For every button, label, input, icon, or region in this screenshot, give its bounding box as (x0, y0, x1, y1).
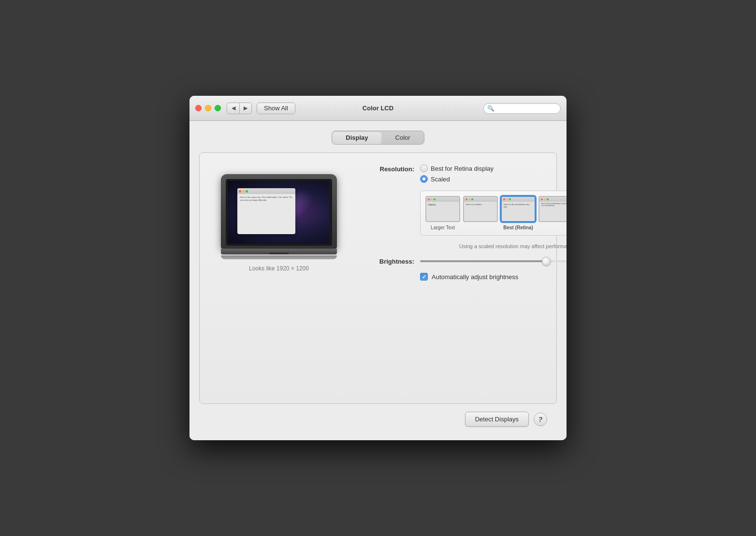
radio-retina[interactable]: Best for Retina display (420, 164, 494, 172)
brightness-row: Brightness: (361, 257, 567, 265)
back-button[interactable]: ◀ (227, 103, 239, 114)
checkmark-icon: ✓ (422, 274, 426, 280)
auto-brightness-row[interactable]: ✓ Automatically adjust brightness (420, 273, 567, 281)
close-button[interactable] (195, 105, 202, 111)
titlebar: ◀ ▶ Show All Color LCD 🔍 (189, 96, 567, 121)
radio-scaled-btn[interactable] (420, 175, 428, 183)
scale-preview-2: Here's to troublem (463, 196, 498, 222)
forward-button[interactable]: ▶ (239, 103, 252, 114)
tab-color[interactable]: Color (382, 131, 424, 144)
left-panel: Here's to the crazy ones. The troublemak… (211, 164, 347, 392)
search-box: 🔍 (483, 103, 561, 114)
tab-display[interactable]: Display (332, 131, 381, 144)
tab-bar: Display Color (199, 131, 557, 145)
minimize-button[interactable] (205, 105, 211, 111)
tab-group: Display Color (332, 131, 424, 145)
auto-brightness-label: Automatically adjust brightness (432, 273, 518, 281)
maximize-button[interactable] (215, 105, 221, 111)
radio-retina-label: Best for Retina display (431, 165, 494, 172)
traffic-lights (195, 105, 221, 111)
detect-displays-button[interactable]: Detect Displays (465, 412, 529, 427)
brightness-slider-container (420, 260, 567, 262)
scale-label-larger-text: Larger Text (431, 225, 455, 230)
brightness-slider[interactable] (420, 260, 567, 262)
right-panel: Resolution: Best for Retina display Scal… (361, 164, 567, 392)
resolution-label: Resolution: (361, 164, 414, 173)
show-all-button[interactable]: Show All (257, 103, 295, 114)
macbook-illustration: Here's to the crazy ones. The troublemak… (221, 174, 337, 259)
scale-item-2[interactable]: Here's to troublem (463, 196, 498, 230)
performance-note: Using a scaled resolution may affect per… (420, 243, 567, 249)
radio-scaled[interactable]: Scaled (420, 175, 494, 183)
search-icon: 🔍 (487, 105, 494, 112)
main-window: ◀ ▶ Show All Color LCD 🔍 Display Color (189, 96, 567, 440)
scale-preview-larger-text: Here's (425, 196, 460, 222)
resolution-display: Looks like 1920 × 1200 (249, 265, 309, 272)
scale-options: Here's Larger Text Here's to trou (420, 191, 567, 236)
bottom-bar: Detect Displays ? (199, 404, 557, 431)
scale-item-larger-text[interactable]: Here's Larger Text (425, 196, 460, 230)
help-button[interactable]: ? (534, 413, 547, 426)
radio-scaled-label: Scaled (431, 176, 450, 183)
auto-brightness-checkbox[interactable]: ✓ (420, 273, 428, 281)
scale-preview-4: Here's to the cr troublemakers, ones who… (538, 196, 567, 222)
scale-label-best-retina: Best (Retina) (503, 225, 533, 230)
scale-item-best-retina[interactable]: Here's to the troublemak ones who Best (… (501, 196, 536, 230)
resolution-radio-group: Best for Retina display Scaled (420, 164, 494, 183)
display-panel: Here's to the crazy ones. The troublemak… (199, 152, 557, 404)
macbook-preview: Here's to the crazy ones. The troublemak… (221, 174, 337, 259)
content-area: Display Color (189, 121, 567, 440)
search-input[interactable] (483, 103, 561, 114)
scale-item-4[interactable]: Here's to the cr troublemakers, ones who… (538, 196, 567, 230)
window-title: Color LCD (363, 104, 393, 112)
resolution-row: Resolution: Best for Retina display Scal… (361, 164, 567, 183)
brightness-label: Brightness: (361, 257, 414, 265)
nav-buttons: ◀ ▶ (227, 103, 252, 114)
radio-retina-btn[interactable] (420, 164, 428, 172)
scale-preview-best-retina: Here's to the troublemak ones who (501, 196, 536, 222)
